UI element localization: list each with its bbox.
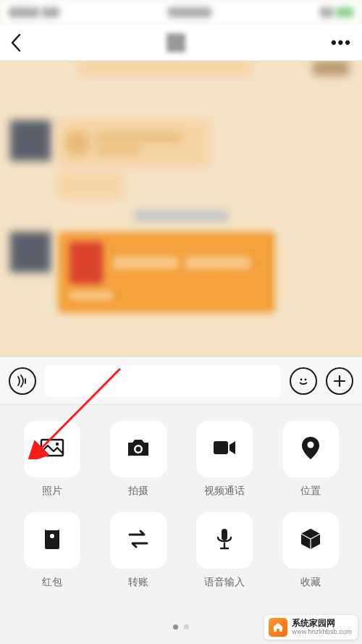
- attach-item-redpacket[interactable]: 红包: [13, 512, 90, 589]
- svg-point-0: [300, 378, 303, 380]
- attach-label: 语音输入: [204, 576, 245, 589]
- svg-point-9: [50, 534, 54, 538]
- message-bubble[interactable]: [78, 61, 252, 75]
- attach-label: 照片: [42, 485, 62, 498]
- message-row: [0, 227, 362, 313]
- camera-icon: [124, 433, 153, 465]
- svg-rect-10: [222, 529, 227, 540]
- svg-point-7: [307, 442, 313, 448]
- attach-item-voice[interactable]: 语音输入: [185, 512, 263, 589]
- attach-item-favorite[interactable]: 收藏: [272, 512, 349, 589]
- photo-icon: [38, 433, 67, 465]
- watermark-logo-icon: [269, 618, 287, 637]
- input-bar: [0, 356, 362, 404]
- message-input[interactable]: [45, 365, 281, 397]
- page-dot[interactable]: [173, 624, 178, 630]
- attach-label: 视频通话: [204, 485, 245, 498]
- back-icon[interactable]: [10, 33, 22, 52]
- svg-point-5: [135, 447, 140, 452]
- attach-item-transfer[interactable]: 转账: [99, 512, 177, 589]
- attach-item-videocall[interactable]: 视频通话: [185, 421, 263, 498]
- voice-toggle-button[interactable]: [9, 367, 36, 395]
- time-divider: [0, 210, 362, 225]
- svg-rect-6: [214, 441, 228, 454]
- page-dot[interactable]: [184, 624, 189, 630]
- redpacket-icon: [38, 524, 67, 556]
- attach-label: 位置: [300, 485, 321, 498]
- attachment-panel: 照片 拍摄 视频通话 位置 红包: [0, 404, 362, 644]
- svg-point-1: [305, 378, 307, 380]
- avatar[interactable]: [313, 61, 349, 75]
- red-envelope-bubble[interactable]: [58, 232, 275, 313]
- status-bar: [0, 0, 362, 25]
- watermark: 系统家园网 www.hnzkhbsb.com: [264, 615, 358, 640]
- attach-label: 收藏: [300, 576, 321, 589]
- watermark-title: 系统家园网: [292, 619, 352, 628]
- more-icon[interactable]: •••: [331, 33, 352, 52]
- transfer-icon: [124, 524, 153, 556]
- message-row: [0, 116, 362, 198]
- message-bubble[interactable]: [58, 120, 210, 167]
- attach-item-photo[interactable]: 照片: [13, 421, 90, 498]
- avatar[interactable]: [10, 232, 51, 272]
- cube-icon: [296, 524, 325, 556]
- microphone-icon: [210, 524, 239, 556]
- message-bubble[interactable]: [58, 172, 123, 198]
- video-icon: [210, 433, 239, 465]
- attach-label: 拍摄: [128, 485, 148, 498]
- avatar[interactable]: [10, 120, 51, 161]
- attach-label: 红包: [42, 576, 62, 589]
- chat-area: [0, 61, 362, 356]
- svg-point-3: [55, 443, 58, 446]
- nav-bar: •••: [0, 25, 362, 61]
- emoji-button[interactable]: [290, 367, 317, 395]
- watermark-url: www.hnzkhbsb.com: [292, 629, 352, 636]
- chat-title: [167, 33, 185, 52]
- attach-item-camera[interactable]: 拍摄: [99, 421, 177, 498]
- attach-label: 转账: [128, 576, 148, 589]
- location-icon: [296, 433, 325, 465]
- plus-button[interactable]: [326, 367, 353, 395]
- attach-item-location[interactable]: 位置: [272, 421, 349, 498]
